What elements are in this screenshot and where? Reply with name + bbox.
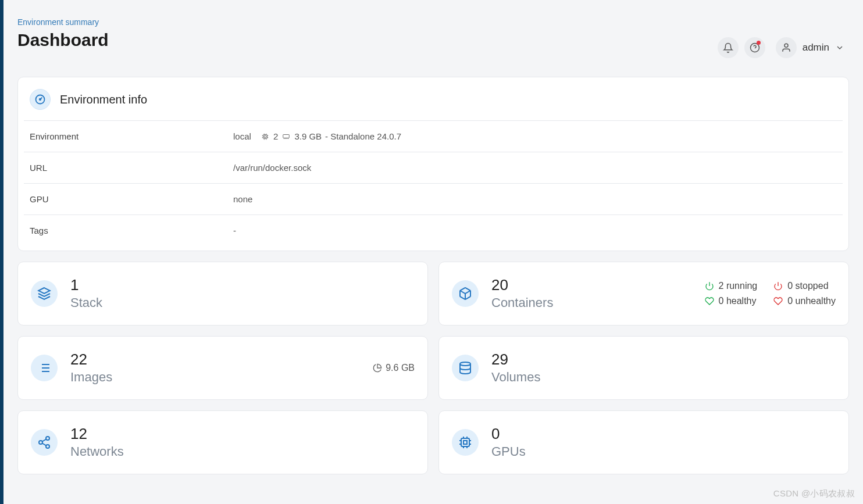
user-menu[interactable]: admin (771, 35, 849, 60)
tile-main: 29 Volumes (491, 351, 836, 385)
env-suffix: - Standalone 24.0.7 (325, 131, 401, 141)
env-row-gpu: GPU none (24, 183, 843, 215)
tile-main: 20 Containers (491, 277, 705, 311)
notification-dot-icon (757, 41, 761, 45)
env-row-environment: Environment local 2 3.9 GB - Standalone … (24, 120, 843, 152)
power-icon (773, 281, 783, 291)
svg-rect-5 (263, 134, 268, 138)
tile-main: 22 Images (70, 351, 373, 385)
heart-icon (773, 296, 783, 306)
svg-rect-36 (461, 438, 469, 446)
tile-label: Containers (491, 295, 705, 310)
list-icon (31, 355, 58, 381)
tile-label: Stack (70, 295, 415, 310)
user-icon (781, 42, 791, 53)
header-left: Environment summary Dashboard (17, 17, 109, 50)
main-content: Environment summary Dashboard admin (3, 0, 863, 474)
url-value: /var/run/docker.sock (233, 163, 311, 173)
tile-main: 12 Networks (70, 426, 415, 460)
container-status-grid: 2 running 0 stopped 0 healthy 0 unhealth… (705, 281, 836, 306)
status-unhealthy: 0 unhealthy (773, 296, 836, 306)
tile-containers[interactable]: 20 Containers 2 running 0 stopped 0 heal… (438, 262, 849, 326)
images-size-text: 9.6 GB (386, 363, 415, 373)
tile-gpus[interactable]: 0 GPUs (438, 410, 849, 474)
pie-chart-icon (373, 363, 382, 373)
tile-images[interactable]: 22 Images 9.6 GB (17, 336, 428, 400)
svg-point-31 (46, 437, 49, 440)
healthy-text: 0 healthy (719, 296, 757, 306)
tags-value: - (233, 226, 236, 235)
avatar (776, 37, 797, 58)
tile-stack[interactable]: 1 Stack (17, 262, 428, 326)
svg-rect-6 (264, 135, 266, 138)
gauge-icon (30, 89, 51, 110)
svg-rect-15 (283, 134, 290, 138)
page-title: Dashboard (17, 30, 109, 50)
env-mem: 3.9 GB (294, 131, 322, 141)
database-icon (452, 355, 479, 381)
images-size: 9.6 GB (373, 363, 415, 373)
svg-line-35 (42, 439, 47, 442)
layers-icon (31, 280, 58, 307)
tiles-grid: 1 Stack 20 Containers 2 running 0 stoppe… (17, 262, 849, 474)
environment-info-panel: Environment info Environment local 2 3.9… (17, 77, 849, 251)
env-cpu: 2 (273, 131, 278, 141)
tile-networks[interactable]: 12 Networks (17, 410, 428, 474)
tile-label: GPUs (491, 444, 836, 459)
bell-icon (723, 42, 733, 53)
tile-label: Images (70, 370, 373, 385)
tile-count: 1 (70, 277, 415, 294)
tile-count: 29 (491, 351, 836, 368)
env-label: Environment (30, 131, 233, 141)
env-row-url: URL /var/run/docker.sock (24, 152, 843, 183)
tile-count: 22 (70, 351, 373, 368)
panel-title: Environment info (60, 93, 147, 106)
status-running: 2 running (705, 281, 758, 291)
user-name: admin (803, 42, 829, 53)
status-healthy: 0 healthy (705, 296, 758, 306)
svg-marker-20 (38, 288, 50, 294)
header-row: Environment summary Dashboard admin (3, 0, 863, 66)
env-value: local 2 3.9 GB - Standalone 24.0.7 (233, 131, 401, 141)
tags-label: Tags (30, 226, 233, 235)
svg-point-33 (46, 445, 49, 448)
status-stopped: 0 stopped (773, 281, 836, 291)
env-row-tags: Tags - (24, 215, 843, 251)
gpu-value: none (233, 194, 252, 204)
tile-count: 12 (70, 426, 415, 442)
svg-point-30 (460, 362, 470, 366)
header-right: admin (718, 35, 849, 60)
tile-main: 1 Stack (70, 277, 415, 311)
gpu-label: GPU (30, 194, 233, 204)
power-icon (705, 281, 714, 291)
notifications-button[interactable] (718, 37, 739, 58)
share-icon (31, 429, 58, 456)
tile-label: Volumes (491, 370, 836, 385)
svg-point-2 (784, 44, 788, 47)
breadcrumb[interactable]: Environment summary (17, 17, 109, 27)
watermark: CSDN @小码农叔叔 (773, 488, 855, 499)
chevron-down-icon (835, 43, 844, 52)
tile-volumes[interactable]: 29 Volumes (438, 336, 849, 400)
stopped-text: 0 stopped (787, 281, 828, 291)
url-label: URL (30, 163, 233, 173)
box-icon (452, 280, 479, 307)
panel-header: Environment info (18, 77, 848, 120)
help-button[interactable] (744, 37, 765, 58)
svg-rect-37 (463, 441, 467, 444)
cpu-icon (261, 133, 270, 141)
cpu-icon (452, 429, 479, 456)
svg-line-34 (42, 444, 47, 446)
tile-count: 0 (491, 426, 836, 442)
unhealthy-text: 0 unhealthy (787, 296, 836, 306)
running-text: 2 running (719, 281, 758, 291)
tile-main: 0 GPUs (491, 426, 836, 460)
memory-icon (281, 133, 291, 141)
svg-point-32 (39, 441, 42, 444)
left-accent-bar (0, 0, 3, 504)
heart-icon (705, 296, 714, 306)
env-name: local (233, 131, 251, 141)
tile-label: Networks (70, 444, 415, 459)
tile-count: 20 (491, 277, 705, 294)
